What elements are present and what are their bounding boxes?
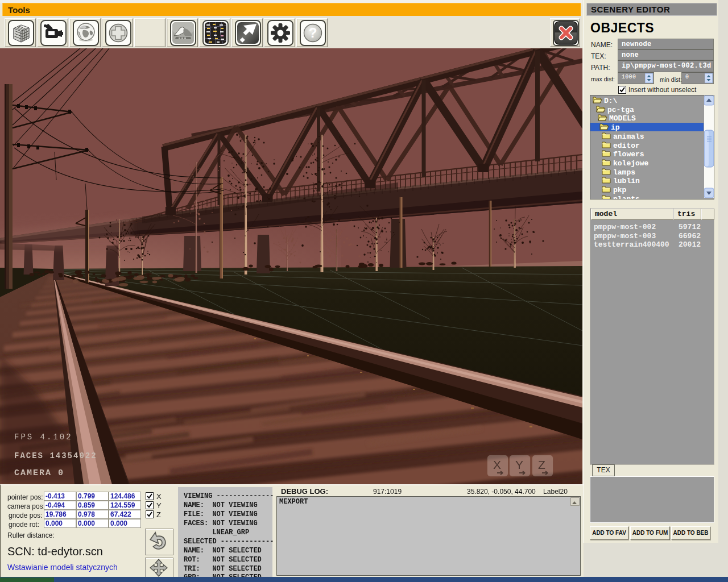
svg-text:CAMERA 0: CAMERA 0	[14, 468, 64, 478]
svg-text:Y: Y	[515, 458, 523, 471]
svg-text:?: ?	[309, 25, 317, 40]
svg-text:FACES 14354022: FACES 14354022	[14, 451, 97, 460]
svg-text:FPS 4.102: FPS 4.102	[14, 433, 73, 442]
svg-text:Z: Z	[538, 458, 545, 471]
svg-text:X: X	[493, 458, 501, 471]
